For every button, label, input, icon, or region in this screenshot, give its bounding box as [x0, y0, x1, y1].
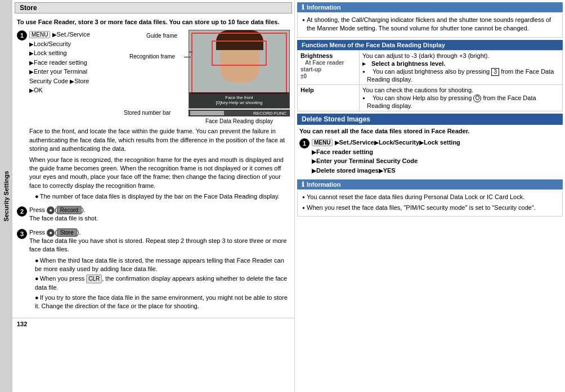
func-menu-header: Function Menu of the Face Data Reading D… — [297, 40, 563, 50]
info-box-2-title: Information — [307, 181, 341, 188]
func-help-content: You can check the cautions for shooting.… — [360, 84, 563, 111]
face-data-caption: Face Data Reading display — [189, 118, 290, 125]
step-3-number: 3 — [17, 229, 27, 239]
step-1-body-1: Face to the front, and locate the face w… — [29, 127, 290, 153]
stored-bar-label: Stored number bar — [124, 110, 171, 116]
yes-option: YES — [383, 167, 396, 174]
step-3-content: Press ●(Store). The face data file you h… — [29, 228, 290, 312]
right-column: Information At shooting, the Call/Chargi… — [295, 0, 565, 392]
step-1-content: Guide frame — [29, 30, 290, 202]
step-1-bullet: The number of face data files is display… — [29, 192, 290, 201]
delete-step-1-number: 1 — [299, 138, 310, 148]
func-row-brightness: Brightness At Face reader start-up±0 You… — [298, 50, 563, 84]
terminal-security-delete: Enter your Terminal Security Code — [316, 157, 418, 164]
brightness-sub: At Face reader start-up±0 — [301, 60, 344, 79]
face-reader-setting-menu: Face reader setting — [34, 59, 87, 66]
info-box-1: Information — [297, 2, 563, 12]
key-3: 3 — [491, 68, 499, 76]
delete-intro: You can reset all the face data files st… — [295, 125, 565, 137]
func-row-help: Help You can check the cautions for shoo… — [298, 84, 563, 111]
face-display: Face the front [0]key:Help w/ shooting — [189, 30, 289, 108]
func-help-label: Help — [298, 84, 360, 111]
help-text: You can check the cautions for shooting. — [362, 87, 559, 93]
stored-bar-area: Stored number bar RECORD FUNC — [189, 110, 290, 116]
step-1-number: 1 — [17, 30, 27, 40]
step-1-body-2: When your face is recognized, the recogn… — [29, 156, 290, 191]
brightness-text: You can adjust to -3 (dark) through +3 (… — [362, 52, 559, 59]
menu-key-delete: MENU — [312, 139, 333, 146]
func-brightness-content: You can adjust to -3 (dark) through +3 (… — [360, 50, 563, 84]
step-3-bullet-1: When the third face data file is stored,… — [29, 256, 290, 274]
info-box-1-title: Information — [307, 4, 341, 11]
store-header: Store — [15, 2, 292, 13]
func-brightness-label: Brightness At Face reader start-up±0 — [298, 50, 360, 84]
info-2-bullet-1: You cannot reset the face data files dur… — [302, 193, 558, 201]
clr-key: CLR — [86, 274, 102, 283]
recognition-frame-label: Recognition frame — [129, 53, 175, 60]
face-image-area: Guide frame — [189, 30, 290, 125]
func-table: Brightness At Face reader start-up±0 You… — [297, 50, 563, 111]
face-bottom-bar: Face the front [0]key:Help w/ shooting — [189, 92, 289, 108]
menu-key: MENU — [29, 31, 50, 38]
store-button[interactable]: Store — [57, 228, 77, 237]
help-label: Help — [301, 87, 314, 93]
face-image-container: Face the front [0]key:Help w/ shooting — [189, 30, 290, 109]
brightness-label: Brightness — [301, 52, 333, 59]
face-reader-setting-delete: Face reader setting — [316, 148, 373, 155]
face-text: Face the front — [225, 95, 253, 100]
left-column: Store To use Face Reader, store 3 or mor… — [12, 0, 295, 392]
sidebar-label: Security Settings — [3, 171, 10, 222]
info-content-1: At shooting, the Call/Charging indicator… — [297, 13, 563, 38]
page-number: 132 — [12, 318, 294, 330]
terminal-security-menu: Enter your TerminalSecurity Code — [29, 68, 87, 84]
help-bullet-1: ● You can show Help also by pressing O f… — [362, 94, 559, 109]
columns: Store To use Face Reader, store 3 or mor… — [12, 0, 565, 392]
guide-frame-label: Guide frame — [146, 33, 177, 39]
press-button-3: ● — [47, 229, 55, 237]
step-3-sub: The face data file you have shot is stor… — [29, 237, 290, 254]
delete-header: Delete Stored Images — [297, 114, 563, 125]
info-content-2: You cannot reset the face data files dur… — [297, 191, 563, 217]
step-2-sub: The face data file is shot. — [29, 214, 290, 223]
delete-stored-images-menu: Delete stored images — [316, 167, 379, 174]
step-3: 3 Press ●(Store). The face data file you… — [17, 228, 290, 312]
key-o: O — [473, 94, 481, 102]
step-2-number: 2 — [17, 206, 27, 217]
step-2: 2 Press ●(Record). The face data file is… — [17, 206, 290, 225]
info-box-2: Information — [297, 179, 563, 190]
step-3-text: Press ●(Store). — [29, 228, 290, 237]
press-button-2: ● — [47, 206, 55, 214]
step-2-content: Press ●(Record). The face data file is s… — [29, 206, 290, 225]
delete-menu-path: MENU ▶Set./Service▶Lock/Security▶Lock se… — [312, 138, 560, 175]
face-subtext: [0]key:Help w/ shooting — [216, 100, 263, 105]
step-3-bullet-2: When you press CLR, the confirmation dis… — [29, 274, 290, 292]
record-label-bar: RECORD FUNC — [253, 111, 286, 116]
step-3-bullet-3: If you try to store the face data file i… — [29, 294, 290, 311]
brightness-bullet-2: ● You can adjust brightness also by pres… — [362, 68, 559, 83]
brightness-bullet-1: ▶ Select a brightness level. — [362, 60, 559, 67]
delete-step-1: 1 MENU ▶Set./Service▶Lock/Security▶Lock … — [295, 137, 565, 176]
record-button[interactable]: Record — [57, 206, 82, 214]
sidebar: Security Settings — [0, 0, 12, 392]
step-2-text: Press ●(Record). — [29, 206, 290, 214]
info-bullet-1: At shooting, the Call/Charging indicator… — [302, 16, 558, 33]
delete-step-1-content: MENU ▶Set./Service▶Lock/Security▶Lock se… — [312, 138, 560, 175]
info-2-bullet-2: When you reset the face data files, "PIM… — [302, 204, 558, 212]
step-1: 1 Guide frame — [17, 30, 290, 202]
store-section-content: To use Face Reader, store 3 or more face… — [12, 16, 294, 318]
main-content: Store To use Face Reader, store 3 or mor… — [12, 0, 565, 392]
intro-text: To use Face Reader, store 3 or more face… — [17, 18, 290, 26]
